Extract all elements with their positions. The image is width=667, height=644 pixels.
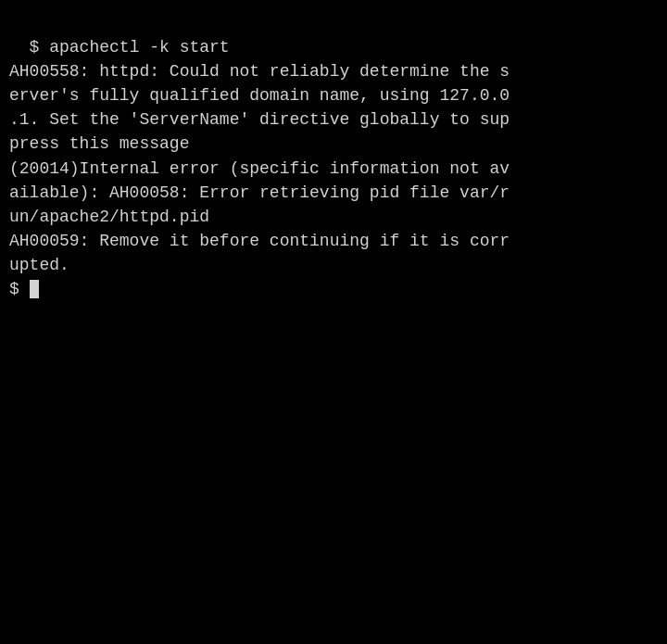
terminal-output: $ apachectl -k start AH00558: httpd: Cou… bbox=[9, 38, 510, 298]
terminal-cursor bbox=[30, 280, 39, 298]
terminal-window[interactable]: $ apachectl -k start AH00558: httpd: Cou… bbox=[0, 0, 667, 644]
